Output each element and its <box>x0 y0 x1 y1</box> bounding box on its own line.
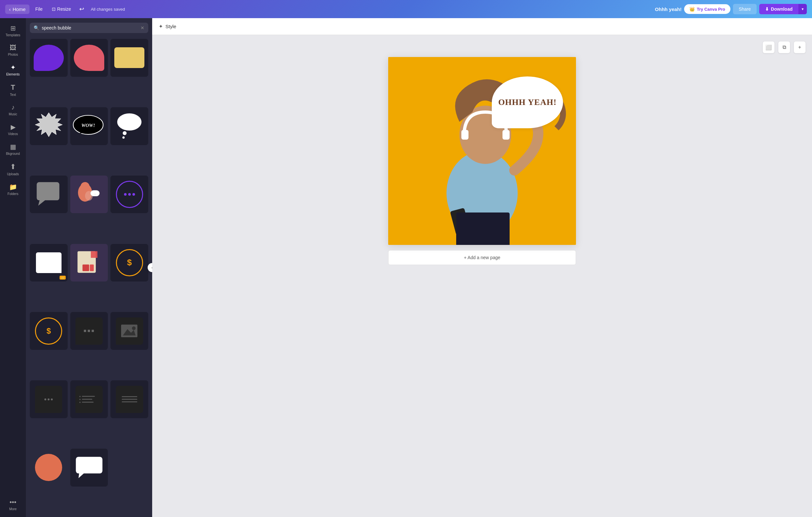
download-group: ⬇ Download ▾ <box>759 4 807 14</box>
black-list-bubble <box>76 386 103 413</box>
canvas-controls: ⬜ ⧉ + <box>763 42 806 53</box>
home-button[interactable]: ‹ Home <box>5 4 29 14</box>
svg-rect-24 <box>502 130 510 140</box>
speech-bubble-text: OHHH YEAH! <box>498 98 556 107</box>
white-rect-bubble <box>36 252 61 273</box>
background-icon: ▦ <box>10 143 16 151</box>
result-item-sticker-document[interactable] <box>70 244 108 282</box>
b3dot-1 <box>45 399 46 400</box>
result-item-white-rect-bubble[interactable]: 👑 <box>30 244 68 282</box>
result-item-wow-bubble[interactable]: WOW! <box>70 107 108 145</box>
sidebar-item-videos[interactable]: ▶ Videos <box>0 120 26 139</box>
sidebar-item-background[interactable]: ▦ Bkground <box>0 140 26 159</box>
canvas-title[interactable]: Ohhh yeah! <box>655 6 682 12</box>
try-pro-button[interactable]: 👑 Try Canva Pro <box>684 4 730 14</box>
svg-rect-23 <box>461 130 468 140</box>
result-item-white-simple-bubble[interactable] <box>70 448 108 487</box>
result-item-black-image-bubble[interactable] <box>110 312 148 350</box>
icon-sidebar: ⊞ Templates 🖼 Photos ✦ Elements T Text ♪… <box>0 18 26 517</box>
result-item-black-3dot-bubble[interactable] <box>30 380 68 418</box>
share-button[interactable]: Share <box>733 4 757 14</box>
result-item-black-dots-bubble[interactable] <box>70 312 108 350</box>
undo-button[interactable]: ↩ <box>77 4 87 15</box>
result-item-dollar-yellow-bubble[interactable]: $ <box>110 244 148 282</box>
download-button[interactable]: ⬇ Download <box>759 4 799 14</box>
result-item-spiky-bubble[interactable] <box>30 107 68 145</box>
sidebar-item-templates[interactable]: ⊞ Templates <box>0 21 26 40</box>
result-item-pink-bubble[interactable] <box>70 39 108 77</box>
black-dot-1 <box>84 330 86 332</box>
sidebar-item-more[interactable]: ••• More <box>0 495 26 514</box>
search-icon: 🔍 <box>34 25 39 30</box>
svg-rect-14 <box>90 264 93 271</box>
sidebar-label-elements: Elements <box>6 73 20 76</box>
circle-dots-bubble <box>116 181 143 208</box>
sidebar-item-text[interactable]: T Text <box>0 80 26 100</box>
svg-rect-13 <box>82 264 89 271</box>
result-item-salmon-bubble[interactable] <box>30 448 68 487</box>
canvas-scroll[interactable]: ⬜ ⧉ + <box>152 35 812 517</box>
result-item-black-lines-bubble[interactable] <box>110 380 148 418</box>
sidebar-item-photos[interactable]: 🖼 Photos <box>0 41 26 60</box>
search-clear-button[interactable]: ✕ <box>141 25 144 30</box>
canvas-speech-bubble[interactable]: OHHH YEAH! <box>492 77 563 128</box>
sidebar-label-text: Text <box>10 93 16 97</box>
sidebar-item-elements[interactable]: ✦ Elements <box>0 60 26 79</box>
frame-button[interactable]: ⬜ <box>763 42 775 53</box>
search-input[interactable] <box>42 25 138 30</box>
dot-1 <box>124 193 126 196</box>
sidebar-label-templates: Templates <box>5 33 20 37</box>
white-simple-bubble <box>72 454 106 481</box>
file-button[interactable]: File <box>32 4 46 13</box>
crown-icon: 👑 <box>689 6 695 12</box>
result-item-black-list-bubble[interactable] <box>70 380 108 418</box>
top-nav: ‹ Home File ⊡ Resize ↩ All changes saved… <box>0 0 812 18</box>
character-sticker: ... <box>73 178 105 210</box>
svg-text:WOW!: WOW! <box>82 123 95 128</box>
result-item-circle-dots-bubble[interactable] <box>110 175 148 214</box>
results-grid: WOW! <box>26 36 152 517</box>
sidebar-label-music: Music <box>9 112 17 116</box>
more-icon: ••• <box>9 498 16 506</box>
add-element-button[interactable]: + <box>794 42 806 53</box>
black-lines-bubble <box>116 386 143 413</box>
music-icon: ♪ <box>11 104 14 111</box>
result-item-character-sticker[interactable]: ... <box>70 175 108 214</box>
svg-point-17 <box>132 327 136 330</box>
result-item-dollar-outline-bubble[interactable]: $ <box>30 312 68 350</box>
search-panel: 🔍 ✕ <box>26 18 152 517</box>
folders-icon: 📁 <box>9 183 17 191</box>
result-item-yellow-bubble[interactable] <box>110 39 148 77</box>
result-item-gray-square-bubble[interactable] <box>30 175 68 214</box>
sidebar-item-music[interactable]: ♪ Music <box>0 101 26 119</box>
sidebar-item-folders[interactable]: 📁 Folders <box>0 180 26 199</box>
file-label: File <box>35 6 43 12</box>
search-bar-row: 🔍 ✕ <box>26 18 152 36</box>
black-3dot-bubble <box>35 386 62 413</box>
result-item-purple-bubble[interactable] <box>30 39 68 77</box>
style-icon: ✦ <box>158 23 163 29</box>
videos-icon: ▶ <box>11 123 16 131</box>
canvas-frame[interactable]: OHHH YEAH! <box>388 57 576 245</box>
svg-rect-26 <box>456 213 510 245</box>
dot-3 <box>133 193 135 196</box>
wow-speech-bubble: WOW! <box>72 111 106 141</box>
black-dots-bubble <box>76 318 103 345</box>
canvas-image: OHHH YEAH! <box>388 57 576 245</box>
download-dropdown-button[interactable]: ▾ <box>799 4 807 14</box>
uploads-icon: ⬆ <box>10 163 16 171</box>
resize-button[interactable]: ⊡ Resize <box>49 4 75 13</box>
sidebar-label-folders: Folders <box>7 192 18 196</box>
result-item-white-oval-bubble[interactable] <box>110 107 148 145</box>
sidebar-label-more: More <box>9 507 17 511</box>
copy-button[interactable]: ⧉ <box>778 42 790 53</box>
dollar-outline-bubble: $ <box>35 318 62 345</box>
sidebar-item-uploads[interactable]: ⬆ Uploads <box>0 159 26 179</box>
svg-marker-19 <box>78 473 84 478</box>
svg-text:...: ... <box>94 191 96 195</box>
white-oval-bubble-wrap <box>113 112 145 140</box>
black-dot-3 <box>92 330 94 332</box>
add-page-button[interactable]: + Add a new page <box>388 250 576 265</box>
download-label: Download <box>771 6 792 12</box>
home-label: Home <box>12 6 26 12</box>
